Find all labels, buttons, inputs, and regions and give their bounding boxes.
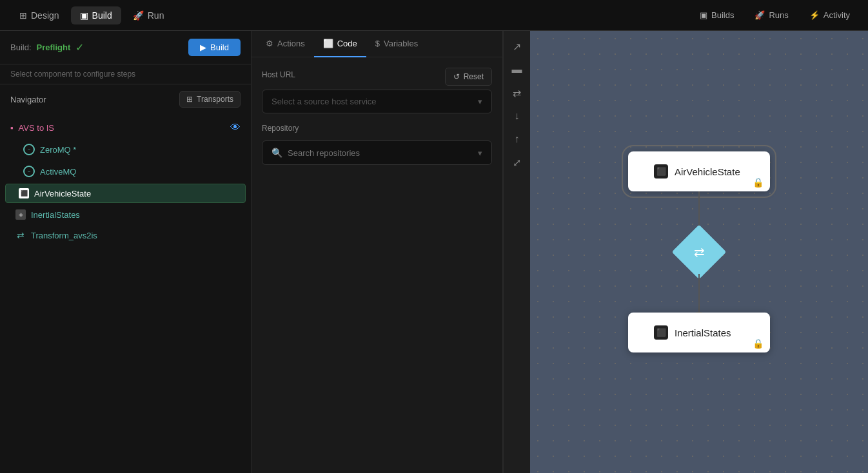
chevron-down-icon: ▾ — [478, 97, 482, 106]
transports-icon: ⊞ — [186, 95, 193, 104]
builds-button[interactable]: ▣ Builds — [692, 6, 742, 24]
build-btn-label: Build — [210, 43, 229, 52]
tab-code[interactable]: ⬜ Code — [314, 31, 366, 57]
tab-variables[interactable]: $ Variables — [366, 31, 427, 57]
zeromq-label: ZeroMQ * — [40, 145, 76, 155]
build-name: Preflight — [37, 43, 71, 52]
shuffle-toolbar-button[interactable]: ⇄ — [507, 82, 528, 103]
activity-label: Activity — [824, 10, 850, 20]
actions-icon: ⚙ — [266, 39, 273, 48]
tab-design[interactable]: ⊞ Design — [10, 6, 68, 24]
download-icon: ↓ — [515, 110, 520, 122]
repository-header: Repository — [262, 124, 492, 137]
repository-section: Repository 🔍 ▾ — [262, 124, 492, 165]
build-button[interactable]: ▶ Build — [188, 39, 241, 56]
flow-diagram: ⬛ AirVehicleState 🔒 ⇄ ⬛ InertialSta — [628, 151, 770, 352]
panel-body: Host URL ↺ Reset Select a source host se… — [252, 57, 502, 175]
lock-icon-1: 🔒 — [753, 177, 764, 188]
sidebar-item-activemq[interactable]: ~ ActiveMQ — [0, 160, 251, 182]
center-panel: ⚙ Actions ⬜ Code $ Variables Host URL ↺ … — [252, 31, 503, 473]
variables-icon: $ — [375, 39, 380, 48]
airvehiclestate-node[interactable]: ⬛ AirVehicleState 🔒 — [628, 151, 770, 191]
activemq-label: ActiveMQ — [40, 167, 76, 177]
main-area: Build: Preflight ✓ ▶ Build Select compon… — [0, 31, 868, 473]
diamond-icon: ⇄ — [694, 244, 705, 260]
transform-diamond-node[interactable]: ⇄ — [672, 225, 727, 280]
upload-icon: ↑ — [515, 133, 520, 145]
download-toolbar-button[interactable]: ↓ — [507, 106, 528, 126]
build-check-icon: ✓ — [75, 41, 84, 53]
tab-variables-label: Variables — [384, 39, 418, 48]
eye-icon[interactable]: 👁 — [230, 122, 241, 133]
tab-build-label: Build — [92, 10, 112, 21]
builds-label: Builds — [711, 10, 734, 20]
host-url-placeholder: Select a source host service — [271, 97, 377, 106]
build-play-icon: ▶ — [200, 43, 206, 52]
tab-build[interactable]: ▣ Build — [71, 6, 121, 24]
activity-icon: ⚡ — [809, 10, 820, 20]
activemq-icon: ~ — [23, 166, 35, 177]
group-label-avs: AVS to IS — [19, 123, 54, 133]
nav-tab-group: ⊞ Design ▣ Build 🚀 Run — [10, 6, 692, 24]
code-icon: ⬜ — [323, 39, 333, 48]
navigator-title: Navigator — [10, 95, 46, 104]
reset-button[interactable]: ↺ Reset — [445, 68, 492, 86]
expand-icon: ⤢ — [513, 157, 521, 169]
inertialstates-node-label: InertialStates — [675, 327, 731, 338]
expand-toolbar-button[interactable]: ⤢ — [507, 152, 528, 173]
transports-button[interactable]: ⊞ Transports — [179, 91, 241, 108]
host-url-header: Host URL ↺ Reset — [262, 68, 492, 86]
airvehiclestate-label: AirVehicleState — [34, 189, 91, 198]
host-url-select[interactable]: Select a source host service ▾ — [262, 90, 492, 113]
host-url-label: Host URL — [262, 70, 295, 79]
canvas-wrapper: ↗ ▬ ⇄ ↓ ↑ ⤢ ⬛ AirVehic — [503, 31, 868, 473]
share-icon: ↗ — [513, 41, 521, 53]
transform-label: Transform_avs2is — [31, 231, 97, 240]
builds-icon: ▣ — [700, 10, 707, 20]
storage-icon: ▬ — [512, 64, 522, 75]
reset-icon: ↺ — [453, 72, 460, 81]
reset-label: Reset — [464, 72, 484, 81]
flow-canvas[interactable]: ⬛ AirVehicleState 🔒 ⇄ ⬛ InertialSta — [530, 31, 868, 473]
runs-button[interactable]: 🚀 Runs — [747, 6, 796, 24]
nav-group-avs-to-is[interactable]: ▪ AVS to IS 👁 — [0, 117, 251, 139]
build-hint: Select component to configure steps — [0, 64, 251, 84]
activity-button[interactable]: ⚡ Activity — [802, 6, 858, 24]
repository-label: Repository — [262, 124, 299, 133]
nav-right-group: ▣ Builds 🚀 Runs ⚡ Activity — [692, 6, 858, 24]
sidebar-item-transform[interactable]: ⇄ Transform_avs2is — [0, 225, 251, 246]
navigator-items: ▪ AVS to IS 👁 ~ ZeroMQ * ~ ActiveMQ — [0, 114, 251, 473]
design-icon: ⊞ — [19, 10, 27, 21]
inertialstates-label: InertialStates — [31, 210, 80, 220]
transform-icon: ⇄ — [15, 230, 26, 240]
shuffle-icon: ⇄ — [513, 87, 521, 99]
sidebar-item-inertialstates[interactable]: ◈ InertialStates — [0, 204, 251, 225]
run-icon: 🚀 — [133, 10, 144, 21]
build-icon: ▣ — [80, 10, 88, 21]
repository-search[interactable]: 🔍 ▾ — [262, 140, 492, 165]
share-toolbar-button[interactable]: ↗ — [507, 36, 528, 57]
tab-actions[interactable]: ⚙ Actions — [257, 31, 314, 57]
airvehiclestate-node-label: AirVehicleState — [675, 166, 740, 177]
search-chevron-icon: ▾ — [478, 148, 482, 158]
storage-toolbar-button[interactable]: ▬ — [507, 59, 528, 80]
inertialstates-icon: ◈ — [15, 209, 26, 220]
tab-run-label: Run — [148, 10, 164, 21]
panel-tabs: ⚙ Actions ⬜ Code $ Variables — [252, 31, 502, 57]
upload-toolbar-button[interactable]: ↑ — [507, 129, 528, 150]
top-navigation: ⊞ Design ▣ Build 🚀 Run ▣ Builds 🚀 Runs ⚡… — [0, 0, 868, 31]
build-header: Build: Preflight ✓ ▶ Build — [0, 31, 251, 64]
group-icon: ▪ — [10, 123, 14, 133]
tab-run[interactable]: 🚀 Run — [124, 6, 173, 24]
navigator-header: Navigator ⊞ Transports — [0, 84, 251, 114]
airvehiclestate-icon: ⬛ — [19, 188, 29, 198]
search-icon: 🔍 — [271, 148, 282, 158]
sidebar-item-airvehiclestate[interactable]: ⬛ AirVehicleState — [5, 184, 246, 203]
search-input[interactable] — [288, 148, 473, 158]
left-sidebar: Build: Preflight ✓ ▶ Build Select compon… — [0, 31, 252, 473]
zeromq-icon: ~ — [23, 144, 35, 155]
inertialstates-node[interactable]: ⬛ InertialStates 🔒 — [628, 313, 770, 352]
sidebar-item-zeromq[interactable]: ~ ZeroMQ * — [0, 139, 251, 160]
tab-code-label: Code — [337, 39, 357, 48]
runs-label: Runs — [769, 10, 788, 20]
